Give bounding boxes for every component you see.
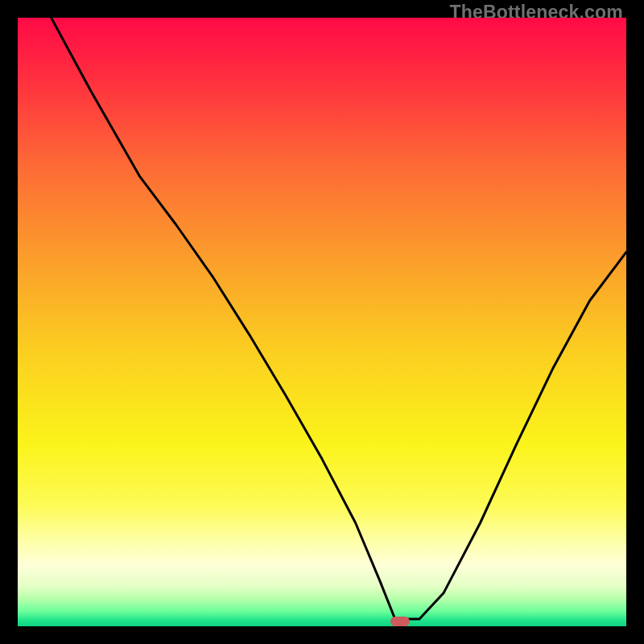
chart-frame [18,18,626,626]
bottleneck-chart [18,18,626,626]
gradient-background [18,18,626,626]
optimal-point-marker [390,617,410,626]
